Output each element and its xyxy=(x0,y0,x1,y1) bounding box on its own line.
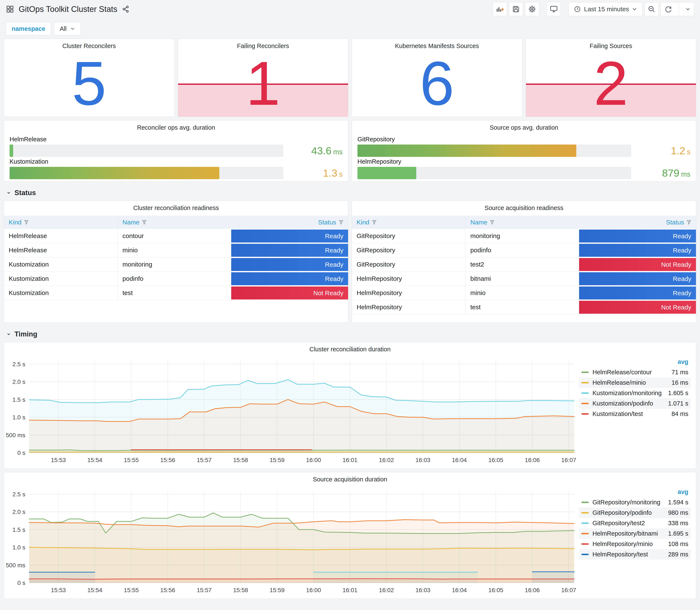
time-range-picker[interactable]: Last 15 minutes xyxy=(568,2,642,16)
svg-text:1.5 s: 1.5 s xyxy=(12,396,25,403)
svg-text:15:56: 15:56 xyxy=(160,587,175,593)
legend-item[interactable]: GitRepository/podinfo980 ms xyxy=(579,508,691,518)
legend-series-name[interactable]: HelmRelease/minio xyxy=(592,379,654,386)
panel-title[interactable]: Cluster reconciliation duration xyxy=(4,342,696,356)
status-badge: Ready xyxy=(231,272,348,286)
legend-series-name[interactable]: GitRepository/test2 xyxy=(592,520,654,527)
legend-series-name[interactable]: HelmRepository/test xyxy=(592,551,654,558)
column-header-kind[interactable]: Kind xyxy=(352,216,466,229)
stat-panel-manifests-sources: Kubernetes Manifests Sources 6 xyxy=(352,39,522,117)
legend-series-name[interactable]: HelmRepository/bitnami xyxy=(592,530,658,537)
table-panel-cluster-readiness: Cluster reconciliation readiness KindNam… xyxy=(4,200,348,323)
status-badge: Not Ready xyxy=(579,257,696,272)
filter-funnel-icon[interactable] xyxy=(142,220,147,225)
panel-title[interactable]: Source acquisition readiness xyxy=(352,201,696,215)
status-badge: Ready xyxy=(231,257,348,272)
legend-series-name[interactable]: GitRepository/podinfo xyxy=(592,509,654,516)
share-icon[interactable] xyxy=(122,5,130,13)
column-header-name[interactable]: Name xyxy=(117,216,231,229)
legend-series-color xyxy=(582,554,589,555)
panel-title[interactable]: Source acquisition duration xyxy=(4,472,696,486)
column-header-kind[interactable]: Kind xyxy=(4,216,117,229)
section-header-timing[interactable]: Timing xyxy=(4,326,696,339)
svg-text:15:58: 15:58 xyxy=(233,457,248,463)
gauge-label: GitRepository xyxy=(357,136,690,143)
legend-item[interactable]: GitRepository/test2338 ms xyxy=(579,518,691,528)
svg-text:16:06: 16:06 xyxy=(525,587,540,593)
legend-avg-header[interactable]: avg xyxy=(579,487,691,497)
filter-funnel-icon[interactable] xyxy=(687,220,691,225)
svg-text:16:07: 16:07 xyxy=(561,457,576,463)
table-row: KustomizationmonitoringReady xyxy=(4,257,348,272)
legend-series-name[interactable]: HelmRelease/contour xyxy=(592,369,654,376)
panel-title[interactable]: Source ops avg. duration xyxy=(352,121,696,134)
legend-item[interactable]: HelmRelease/contour71 ms xyxy=(579,367,691,378)
filter-funnel-icon[interactable] xyxy=(24,220,29,225)
svg-text:16:01: 16:01 xyxy=(343,457,357,463)
section-header-status[interactable]: Status xyxy=(4,185,696,197)
legend-series-avg: 71 ms xyxy=(654,369,688,376)
legend-item[interactable]: Kustomization/podinfo1.071 s xyxy=(579,398,691,409)
cell-name: minio xyxy=(117,243,231,257)
filter-funnel-icon[interactable] xyxy=(490,220,494,225)
legend-item[interactable]: Kustomization/monitoring1.605 s xyxy=(579,388,691,398)
time-series-plot[interactable]: 0 s500 ms1.0 s1.5 s2.0 s2.5 s15:5315:541… xyxy=(5,486,579,597)
cycle-view-mode-button[interactable] xyxy=(547,2,561,16)
dashboard-settings-button[interactable] xyxy=(525,2,539,16)
filter-funnel-icon[interactable] xyxy=(372,220,377,225)
column-header-name[interactable]: Name xyxy=(466,216,579,229)
svg-text:500 ms: 500 ms xyxy=(6,562,25,568)
column-header-status[interactable]: Status xyxy=(231,216,348,229)
clock-icon xyxy=(574,5,581,13)
refresh-button[interactable] xyxy=(661,2,676,16)
legend-item[interactable]: Kustomization/test84 ms xyxy=(579,409,691,419)
legend-item[interactable]: HelmRepository/minio108 ms xyxy=(579,539,691,549)
filter-funnel-icon[interactable] xyxy=(339,220,343,225)
namespace-variable-value[interactable]: All xyxy=(54,22,81,35)
legend-item[interactable]: HelmRelease/minio16 ms xyxy=(579,378,691,388)
chart-legend: avgHelmRelease/contour71 msHelmRelease/m… xyxy=(579,356,695,467)
stat-value: 1 xyxy=(178,52,348,114)
cell-kind: HelmRelease xyxy=(4,229,117,243)
legend-series-name[interactable]: Kustomization/test xyxy=(592,411,654,417)
gauge-unit: ms xyxy=(333,148,343,156)
legend-item[interactable]: HelmRepository/test289 ms xyxy=(579,549,691,560)
chevron-down-icon xyxy=(6,332,11,336)
legend-series-name[interactable]: Kustomization/podinfo xyxy=(592,400,654,407)
cell-kind: HelmRepository xyxy=(352,300,466,314)
gauge-label: HelmRelease xyxy=(10,136,343,143)
svg-text:15:55: 15:55 xyxy=(124,587,139,593)
svg-text:15:58: 15:58 xyxy=(233,587,248,593)
cell-kind: Kustomization xyxy=(4,286,117,300)
table-row: HelmRepositorybitnamiReady xyxy=(352,272,696,286)
add-panel-button[interactable] xyxy=(493,2,507,16)
legend-avg-header[interactable]: avg xyxy=(579,357,691,367)
panel-title[interactable]: Reconciler ops avg. duration xyxy=(4,121,348,134)
variable-filters: namespace All xyxy=(2,18,698,37)
legend-series-color xyxy=(582,413,589,415)
svg-text:15:57: 15:57 xyxy=(197,587,212,593)
legend-series-name[interactable]: GitRepository/monitoring xyxy=(592,499,660,506)
cell-name: minio xyxy=(466,286,579,300)
namespace-variable-label[interactable]: namespace xyxy=(6,22,51,35)
legend-series-name[interactable]: HelmRepository/minio xyxy=(592,541,654,547)
refresh-interval-dropdown[interactable] xyxy=(682,2,694,16)
table-row-panels: Cluster reconciliation readiness KindNam… xyxy=(4,200,696,323)
time-series-plot[interactable]: 0 s500 ms1.0 s1.5 s2.0 s2.5 s15:5315:541… xyxy=(5,356,579,467)
zoom-out-button[interactable] xyxy=(645,2,658,16)
legend-item[interactable]: GitRepository/monitoring1.594 s xyxy=(579,497,691,508)
chart-legend: avgGitRepository/monitoring1.594 sGitRep… xyxy=(579,486,695,597)
save-dashboard-button[interactable] xyxy=(509,2,523,16)
column-header-status[interactable]: Status xyxy=(579,216,696,229)
legend-series-color xyxy=(582,403,589,404)
gauge-gitrepository: GitRepository1.2s xyxy=(357,136,690,157)
panel-title[interactable]: Cluster reconciliation readiness xyxy=(4,201,348,215)
table-panel-source-readiness: Source acquisition readiness KindNameSta… xyxy=(352,200,696,323)
legend-series-color xyxy=(582,382,589,383)
gauge-value: 43.6 xyxy=(311,145,331,157)
svg-text:2.0 s: 2.0 s xyxy=(12,509,25,515)
dashboards-grid-icon[interactable] xyxy=(6,5,14,13)
legend-series-name[interactable]: Kustomization/monitoring xyxy=(592,390,662,397)
series-line-HelmRepository/minio xyxy=(29,579,574,579)
legend-item[interactable]: HelmRepository/bitnami1.695 s xyxy=(579,528,691,539)
